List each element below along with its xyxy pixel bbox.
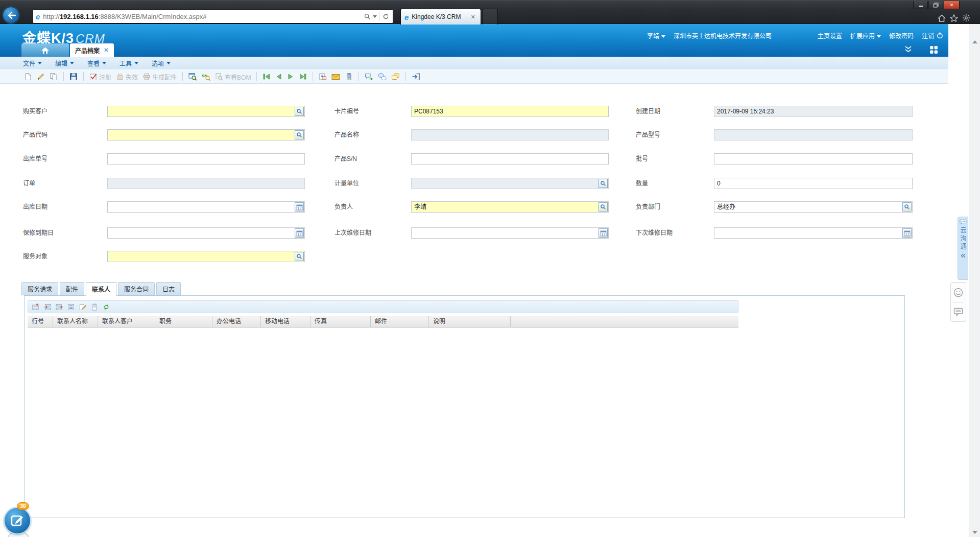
sn-search-button[interactable]: SN (201, 72, 211, 82)
owner-input[interactable]: 李靖 (411, 201, 609, 213)
owner-dept-input[interactable]: 总经办 (714, 201, 913, 213)
extensions-menu[interactable]: 扩展应用 (850, 31, 881, 40)
lookup-icon[interactable] (295, 130, 304, 139)
service-target-input[interactable] (107, 251, 305, 262)
phone-button[interactable] (344, 72, 354, 82)
settings-gear-icon[interactable] (962, 14, 970, 22)
tab-parts[interactable]: 配件 (60, 282, 84, 295)
calendar-icon[interactable]: 12 (599, 228, 608, 238)
minimize-button[interactable] (913, 1, 928, 9)
exit-button[interactable] (411, 72, 421, 82)
menu-view[interactable]: 查看 (87, 59, 106, 67)
close-button[interactable]: ✕ (944, 1, 960, 9)
delete-row-button[interactable] (54, 302, 64, 312)
cloud-chat-tab[interactable]: 云沟通 (958, 217, 968, 280)
tab-product-archive[interactable]: 产品档案 ✕ (70, 43, 114, 57)
edit-record-button[interactable] (36, 72, 46, 82)
home-icon[interactable] (938, 14, 946, 22)
register-button[interactable]: 注册 (88, 72, 112, 82)
lookup-icon[interactable] (295, 252, 304, 261)
calendar-icon[interactable]: 12 (295, 228, 304, 238)
outbound-date-input[interactable]: 12 (107, 201, 305, 213)
apps-grid-icon[interactable] (929, 45, 938, 54)
smiley-icon[interactable] (953, 288, 963, 297)
invalidate-button[interactable]: 失效 (115, 72, 139, 82)
chat-button[interactable] (377, 72, 388, 82)
add-row-button[interactable]: * (31, 302, 40, 312)
col-email[interactable]: 邮件 (371, 316, 429, 327)
last-service-date-input[interactable]: 12 (411, 227, 609, 239)
zoom-window-button[interactable] (187, 72, 198, 82)
col-office-phone[interactable]: 办公电话 (212, 316, 261, 327)
menu-edit[interactable]: 编辑 (55, 59, 74, 67)
batch-no-input[interactable] (714, 153, 913, 165)
report-card-button[interactable] (318, 72, 328, 82)
first-record-button[interactable] (261, 72, 272, 81)
last-record-button[interactable] (298, 72, 308, 81)
copy-row-button[interactable] (89, 302, 99, 312)
save-button[interactable] (68, 72, 79, 82)
prev-record-button[interactable] (274, 72, 283, 81)
col-remark[interactable]: 说明 (429, 316, 511, 327)
tab-close-icon[interactable]: ✕ (469, 13, 477, 21)
browser-tab[interactable]: e Kingdee K/3 CRM ✕ (400, 9, 481, 25)
insert-row-button[interactable] (42, 302, 52, 312)
col-title[interactable]: 职务 (155, 316, 212, 327)
chat-history-button[interactable] (390, 72, 401, 82)
menu-tools[interactable]: 工具 (119, 59, 138, 67)
view-detail-button[interactable] (66, 302, 76, 312)
warranty-expiry-input[interactable]: 12 (107, 227, 305, 239)
lookup-icon[interactable] (599, 202, 608, 212)
calendar-icon[interactable]: 12 (902, 228, 912, 238)
address-bar[interactable]: e http://192.168.1.16:8888/K3WEB/Main/Cr… (33, 9, 393, 24)
tab-service-requests[interactable]: 服务请求 (21, 282, 58, 295)
quick-note-button[interactable] (4, 507, 31, 534)
lookup-icon[interactable] (902, 202, 912, 212)
edit-row-button[interactable] (78, 302, 87, 312)
search-dropdown-icon[interactable] (372, 11, 377, 22)
menu-options[interactable]: 选项 (152, 59, 171, 67)
current-user-menu[interactable]: 李靖 (647, 31, 665, 40)
generate-parts-button[interactable]: 生成配件 (141, 72, 178, 82)
search-icon[interactable] (363, 11, 372, 22)
calendar-icon[interactable]: 12 (295, 202, 304, 212)
new-tab-button[interactable] (483, 9, 498, 25)
buyer-input[interactable] (107, 106, 305, 117)
quantity-input[interactable]: 0 (714, 178, 913, 189)
home-settings-link[interactable]: 主页设置 (818, 31, 842, 40)
new-record-button[interactable] (23, 72, 33, 82)
feedback-comment-icon[interactable] (953, 308, 963, 316)
email-button[interactable] (330, 72, 341, 81)
product-sn-input[interactable] (411, 153, 609, 165)
favorites-star-icon[interactable] (950, 14, 958, 22)
refresh-button[interactable] (101, 302, 111, 312)
home-tab[interactable] (21, 43, 69, 57)
change-password-link[interactable]: 修改密码 (889, 31, 914, 40)
scroll-down-icon[interactable] (972, 531, 977, 534)
refresh-icon[interactable] (381, 11, 390, 22)
restore-button[interactable] (928, 1, 943, 9)
copy-record-button[interactable] (49, 72, 59, 82)
back-button[interactable] (3, 7, 19, 24)
lookup-icon[interactable] (295, 107, 304, 116)
col-mobile-phone[interactable]: 移动电话 (261, 316, 310, 327)
collapse-double-chevron-icon[interactable] (904, 45, 913, 53)
tab-logs[interactable]: 日志 (156, 282, 181, 295)
outbound-no-input[interactable] (107, 153, 305, 165)
view-bom-button[interactable]: 查看BOM (214, 72, 252, 82)
lookup-icon[interactable] (599, 179, 608, 188)
logout-link[interactable]: 注销 (922, 31, 943, 40)
next-record-button[interactable] (286, 72, 295, 81)
page-scrollbar[interactable] (969, 24, 980, 537)
close-icon[interactable]: ✕ (104, 46, 109, 54)
url-text[interactable]: http://192.168.1.16:8888/K3WEB/Main/CrmI… (43, 13, 363, 20)
scroll-up-icon[interactable] (972, 40, 977, 43)
product-code-input[interactable] (107, 129, 305, 141)
menu-file[interactable]: 文件 (23, 59, 42, 67)
send-message-button[interactable] (364, 72, 374, 82)
col-contact-customer[interactable]: 联系人客户 (98, 316, 155, 327)
col-fax[interactable]: 传真 (310, 316, 371, 327)
tab-service-contracts[interactable]: 服务合同 (118, 282, 155, 295)
col-contact-name[interactable]: 联系人名称 (53, 316, 98, 327)
next-service-date-input[interactable]: 12 (714, 227, 913, 239)
